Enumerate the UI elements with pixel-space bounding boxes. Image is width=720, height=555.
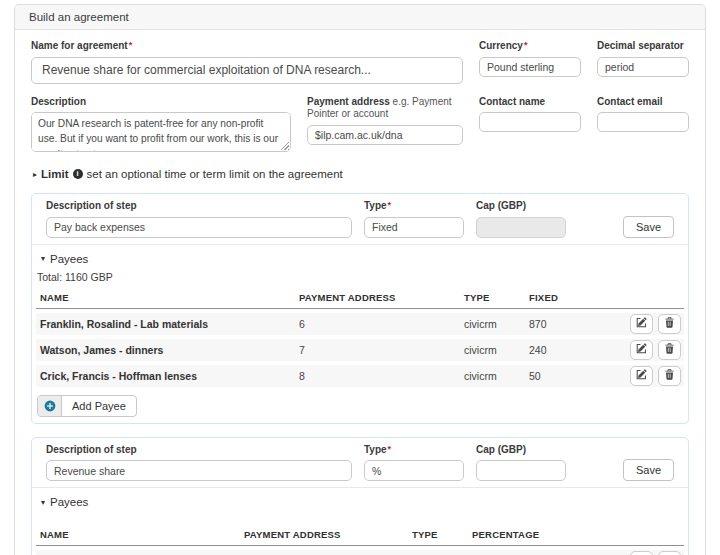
chevron-right-icon: ▸	[33, 170, 37, 179]
column-header-amount: FIXED	[529, 292, 626, 303]
currency-label: Currency*	[479, 40, 581, 53]
payee-payment-address: 6	[299, 318, 464, 330]
payee-amount: 870	[529, 318, 626, 330]
payee-name: Crick, Francis - Hoffman lenses	[36, 370, 299, 382]
delete-payee-button[interactable]	[658, 366, 681, 386]
step-description-label: Description of step	[46, 200, 352, 213]
contact-name-input[interactable]	[479, 112, 581, 132]
payee-type: civicrm	[464, 344, 529, 356]
chevron-down-icon: ▾	[41, 498, 45, 507]
required-asterisk: *	[388, 444, 392, 454]
column-header-name: NAME	[36, 529, 244, 540]
limit-label: Limit	[41, 168, 68, 180]
step-type-label: Type*	[364, 200, 464, 213]
payee-type: civicrm	[464, 318, 529, 330]
pencil-icon	[636, 316, 647, 331]
limit-text: set an optional time or term limit on th…	[87, 168, 343, 180]
step-cap-input	[476, 217, 566, 238]
panel-title: Build an agreement	[15, 5, 705, 30]
delete-payee-button[interactable]	[658, 314, 681, 334]
limit-toggle[interactable]: ▸ Limit i set an optional time or term l…	[33, 168, 689, 180]
table-row: Franklin, Rosalind - Lab materials 6 civ…	[36, 313, 684, 335]
step-description-label: Description of step	[46, 444, 352, 457]
description-textarea[interactable]: Our DNA research is patent-free for any …	[31, 112, 291, 152]
name-for-agreement-label: Name for agreement*	[31, 40, 463, 53]
step-description-input[interactable]	[46, 217, 352, 238]
decimal-separator-label: Decimal separator	[597, 40, 689, 53]
contact-email-label: Contact email	[597, 96, 689, 109]
step-type-input[interactable]	[364, 460, 464, 481]
payees-table-header: NAME PAYMENT ADDRESS TYPE FIXED	[36, 289, 684, 309]
step-cap-input[interactable]	[476, 460, 566, 481]
pencil-icon	[636, 342, 647, 357]
table-row: Crick, Francis - Hoffman lenses 8 civicr…	[36, 365, 684, 387]
edit-payee-button[interactable]	[630, 551, 653, 555]
edit-payee-button[interactable]	[630, 340, 653, 360]
payees-total: Total: 1160 GBP	[37, 271, 684, 283]
column-header-type: TYPE	[412, 529, 472, 540]
payees-label: Payees	[50, 496, 88, 508]
step-type-input[interactable]	[364, 217, 464, 238]
step-cap-label: Cap (GBP)	[476, 444, 566, 457]
pencil-icon	[636, 368, 647, 383]
panel-body: Name for agreement* Currency* Decimal se…	[15, 30, 705, 555]
trash-icon	[665, 316, 674, 331]
payee-payment-address: 7	[299, 344, 464, 356]
payees-toggle[interactable]: ▾ Payees	[36, 496, 684, 508]
payees-table-header: NAME PAYMENT ADDRESS TYPE PERCENTAGE	[36, 526, 684, 546]
payees-toggle[interactable]: ▾ Payees	[36, 253, 684, 265]
payee-amount: 240	[529, 344, 626, 356]
step-cap-label: Cap (GBP)	[476, 200, 566, 213]
add-payee-button[interactable]: Add Payee	[37, 395, 137, 417]
payees-table-body: Franklin, Rosalind - Lab materials 6 civ…	[36, 313, 684, 387]
payees-table-body: World Health Organisation 10 civicrm 90 …	[36, 550, 684, 555]
column-header-name: NAME	[36, 292, 299, 303]
table-row: World Health Organisation 10 civicrm 90	[36, 550, 684, 555]
agreement-name-input[interactable]	[31, 57, 463, 84]
payee-payment-address: 8	[299, 370, 464, 382]
delete-payee-button[interactable]	[658, 340, 681, 360]
table-row: Watson, James - dinners 7 civicrm 240	[36, 339, 684, 361]
step-card-2: Description of step Type* Cap (GBP) Save	[31, 437, 689, 555]
currency-input[interactable]	[479, 57, 581, 77]
step-type-label: Type*	[364, 444, 464, 457]
step-description-input[interactable]	[46, 460, 352, 481]
required-asterisk: *	[524, 40, 528, 50]
chevron-down-icon: ▾	[41, 254, 45, 263]
decimal-separator-input[interactable]	[597, 57, 689, 77]
edit-payee-button[interactable]	[630, 366, 653, 386]
info-icon: i	[73, 169, 83, 179]
column-header-payment-address: PAYMENT ADDRESS	[299, 292, 464, 303]
trash-icon	[665, 368, 674, 383]
payee-name: Watson, James - dinners	[36, 344, 299, 356]
edit-payee-button[interactable]	[630, 314, 653, 334]
payment-address-input[interactable]	[307, 125, 463, 145]
plus-circle-icon	[38, 396, 62, 416]
payees-label: Payees	[50, 253, 88, 265]
add-payee-label: Add Payee	[62, 396, 136, 416]
column-header-amount: PERCENTAGE	[472, 529, 626, 540]
agreement-form: Name for agreement* Currency* Decimal se…	[31, 40, 689, 152]
column-header-type: TYPE	[464, 292, 529, 303]
payee-type: civicrm	[464, 370, 529, 382]
save-step-button[interactable]: Save	[623, 216, 674, 238]
delete-payee-button[interactable]	[658, 551, 681, 555]
agreement-panel: Build an agreement Name for agreement* C…	[14, 4, 706, 555]
required-asterisk: *	[129, 40, 133, 50]
contact-name-label: Contact name	[479, 96, 581, 109]
step-card-1: Description of step Type* Cap (GBP) Save	[31, 193, 689, 424]
column-header-payment-address: PAYMENT ADDRESS	[244, 529, 412, 540]
payment-address-label: Payment address e.g. Payment Pointer or …	[307, 96, 463, 121]
payee-amount: 50	[529, 370, 626, 382]
required-asterisk: *	[388, 200, 392, 210]
trash-icon	[665, 342, 674, 357]
contact-email-input[interactable]	[597, 112, 689, 132]
payee-name: Franklin, Rosalind - Lab materials	[36, 318, 299, 330]
save-step-button[interactable]: Save	[623, 459, 674, 481]
description-label: Description	[31, 96, 291, 109]
